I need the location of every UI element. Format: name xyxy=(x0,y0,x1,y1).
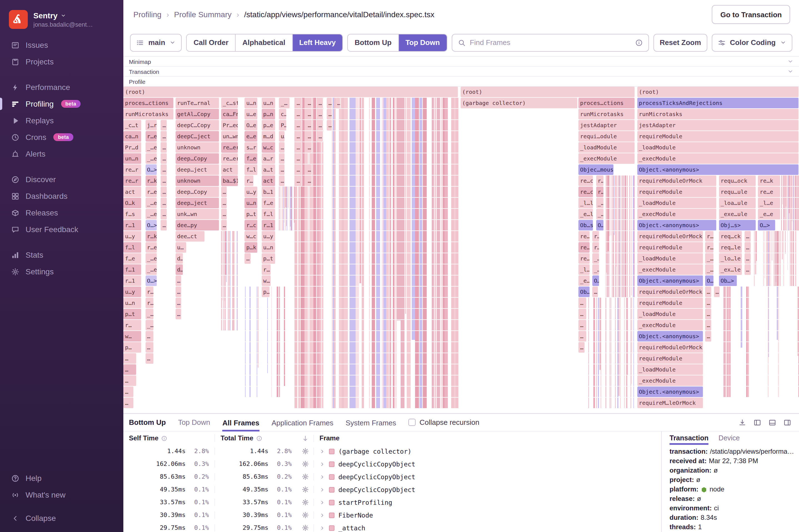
sort-alphabetical-button[interactable]: Alphabetical xyxy=(235,34,292,51)
flame-frame[interactable]: req…ck xyxy=(719,231,743,242)
table-row[interactable]: 30.39ms0.1%30.39ms0.1%FiberNode xyxy=(123,509,661,521)
flame-frame[interactable]: … xyxy=(295,131,302,141)
flame-frame[interactable]: … xyxy=(295,98,302,108)
flame-frame[interactable]: … xyxy=(306,109,313,119)
flame-frame[interactable]: r… xyxy=(123,320,142,330)
flame-frame[interactable]: jestAdapter xyxy=(578,120,635,131)
flame-frame[interactable]: proces…ctions xyxy=(578,98,635,108)
flame-frame[interactable]: u…n xyxy=(123,298,142,308)
flame-frame[interactable]: … xyxy=(327,109,332,119)
flame-frame[interactable]: … xyxy=(295,120,302,131)
flame-frame[interactable]: O…> xyxy=(758,220,776,230)
flame-frame[interactable]: deep…ject xyxy=(175,198,219,208)
flame-frame[interactable]: p…t xyxy=(261,253,275,264)
sort-left-heavy-button[interactable]: Left Heavy xyxy=(292,34,342,51)
sidebar-item-dashboards[interactable]: Dashboards xyxy=(0,188,123,204)
sidebar-collapse[interactable]: Collapse xyxy=(0,510,123,527)
flame-frame[interactable]: Object.<anonymous> xyxy=(637,386,703,397)
flame-frame[interactable]: _… xyxy=(592,253,600,264)
flame-frame[interactable]: s…r xyxy=(245,142,258,153)
sidebar-item-issues[interactable]: Issues xyxy=(0,37,123,53)
flame-frame[interactable]: _execModule xyxy=(578,153,635,164)
flame-frame[interactable]: … xyxy=(161,131,167,141)
flame-frame[interactable]: _…e xyxy=(145,142,157,153)
flame-frame[interactable]: proces…ctions xyxy=(123,98,174,108)
chevron-down-icon[interactable] xyxy=(787,58,794,64)
flame-frame[interactable]: w…c xyxy=(261,142,275,153)
table-row[interactable]: 1.44s2.8%1.44s2.8%(garbage collector) xyxy=(123,445,661,458)
flame-frame[interactable]: _ex…le xyxy=(719,264,743,275)
flame-frame[interactable]: deep…Copy xyxy=(175,153,219,164)
tab-top-down[interactable]: Top Down xyxy=(178,418,210,426)
flame-frame[interactable]: _lo…le xyxy=(719,253,743,264)
sidebar-item-stats[interactable]: Stats xyxy=(0,247,123,263)
flame-frame[interactable]: ca…n xyxy=(123,131,142,141)
flame-frame[interactable]: Objec…mous> xyxy=(578,164,614,175)
flame-frame[interactable]: _loadModule xyxy=(637,142,799,153)
sidebar-item-help[interactable]: Help xyxy=(0,470,123,487)
flame-frame[interactable]: un…wn xyxy=(221,131,238,141)
flame-frame[interactable]: processTicksAndRejections xyxy=(637,98,799,108)
flame-frame[interactable]: … xyxy=(317,109,323,119)
flame-frame[interactable]: act xyxy=(261,175,275,186)
sidebar-item-projects[interactable]: Projects xyxy=(0,53,123,70)
flame-frame[interactable]: … xyxy=(592,287,598,297)
org-switcher[interactable]: Sentry jonas.badalic@sent… xyxy=(0,5,123,37)
flame-frame[interactable]: r… xyxy=(145,287,154,297)
sidebar-item-what-s-new[interactable]: What's new xyxy=(0,487,123,503)
flame-frame[interactable]: _loadModule xyxy=(578,142,635,153)
flame-frame[interactable]: _exe…ule xyxy=(719,209,756,220)
flame-frame[interactable]: Object.<anonymous> xyxy=(637,276,703,286)
flame-frame[interactable]: … xyxy=(161,220,167,230)
breadcrumb-link[interactable]: Profiling xyxy=(133,10,162,19)
flame-frame[interactable]: … xyxy=(705,331,712,342)
flame-frame[interactable]: … xyxy=(578,309,587,319)
flame-frame[interactable]: P… xyxy=(279,120,287,131)
flame-frame[interactable]: … xyxy=(123,386,134,397)
flame-frame[interactable]: u…y xyxy=(261,231,275,242)
layer-header-profile[interactable]: Profile xyxy=(123,77,799,87)
flame-frame[interactable]: _…e xyxy=(145,153,157,164)
flame-frame[interactable]: r… xyxy=(596,187,604,197)
table-row[interactable]: 49.35ms0.1%49.35ms0.1%deepCyclicCopyObje… xyxy=(123,483,661,496)
flame-frame[interactable]: runTe…rnal xyxy=(175,98,219,108)
flame-frame[interactable]: _loadModule xyxy=(637,198,717,208)
flame-frame[interactable]: requ…ock xyxy=(719,175,756,186)
flame-frame[interactable]: … xyxy=(145,342,154,353)
flame-frame[interactable]: O…> xyxy=(145,276,157,286)
flame-frame[interactable]: r…k xyxy=(145,175,157,186)
flame-frame[interactable]: dee…py xyxy=(175,220,219,230)
flame-frame[interactable]: … xyxy=(279,164,285,175)
flame-frame[interactable]: … xyxy=(161,153,167,164)
flame-frame[interactable]: … xyxy=(327,120,332,131)
flame-frame[interactable]: … xyxy=(744,253,751,264)
sidebar-item-alerts[interactable]: Alerts xyxy=(0,146,123,162)
flame-frame[interactable]: (root) xyxy=(123,87,458,97)
sidebar-item-crons[interactable]: Cronsbeta xyxy=(0,129,123,146)
flame-frame[interactable]: f…1 xyxy=(123,264,142,275)
table-row[interactable]: 162.06ms0.3%162.06ms0.3%deepCyclicCopyOb… xyxy=(123,458,661,470)
flame-frame[interactable]: u… xyxy=(175,242,187,253)
flame-frame[interactable]: b…1 xyxy=(261,187,275,197)
gear-icon[interactable] xyxy=(302,511,309,519)
flame-frame[interactable]: p…t xyxy=(123,309,142,319)
flame-frame[interactable]: Object.<anonymous> xyxy=(637,331,703,342)
flame-frame[interactable]: … xyxy=(221,198,227,208)
flame-frame[interactable]: a…r xyxy=(261,153,275,164)
flame-frame[interactable]: … xyxy=(175,298,181,308)
flame-frame[interactable]: requireModuleOrMock xyxy=(637,287,703,297)
flame-frame[interactable]: … xyxy=(161,187,167,197)
flame-frame[interactable]: w…c xyxy=(245,231,258,242)
flame-frame[interactable]: … xyxy=(279,175,285,186)
tab-application-frames[interactable]: Application Frames xyxy=(272,414,333,432)
sidebar-item-profiling[interactable]: Profilingbeta xyxy=(0,96,123,112)
flame-frame[interactable]: … xyxy=(705,298,712,308)
flame-frame[interactable]: re…ck xyxy=(578,175,594,186)
flame-frame[interactable]: req…le xyxy=(719,242,743,253)
flame-frame[interactable]: … xyxy=(295,109,302,119)
layer-header-minimap[interactable]: Minimap xyxy=(123,57,799,66)
flame-frame[interactable]: … xyxy=(714,287,720,297)
flame-frame[interactable]: un…n xyxy=(123,153,142,164)
flame-frame[interactable]: … xyxy=(295,175,302,186)
flame-frame[interactable]: _l…le xyxy=(578,198,594,208)
